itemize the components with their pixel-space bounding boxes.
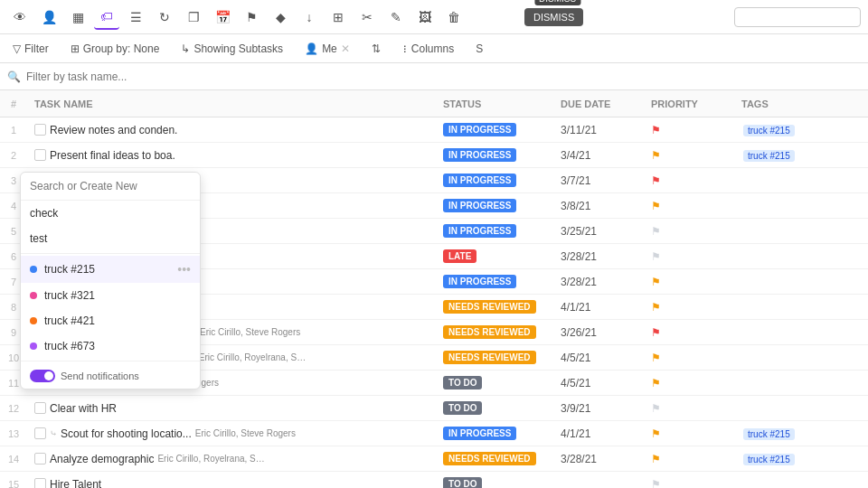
check-label: check <box>30 207 58 220</box>
status-badge: NEEDS REVIEWED <box>443 300 536 314</box>
notify-toggle[interactable] <box>30 370 55 382</box>
me-icon: 👤 <box>305 42 318 55</box>
priority-flag: ⚑ <box>651 276 661 288</box>
eye-icon[interactable]: 👁 <box>7 5 33 30</box>
me-button[interactable]: 👤 Me ✕ <box>299 41 355 57</box>
priority-flag: ⚑ <box>651 149 661 162</box>
status-cell: IN PROGRESS <box>443 174 561 187</box>
tag-icon[interactable]: 🏷 <box>94 5 119 30</box>
row-num: 15 <box>0 479 27 489</box>
group-by-button[interactable]: ⊞ Group by: None <box>65 41 165 57</box>
priority-flag: ⚑ <box>651 427 661 440</box>
calendar-icon[interactable]: 📅 <box>210 5 235 30</box>
dismiss-button[interactable]: DISMISS <box>524 8 583 26</box>
scissors-icon[interactable]: ✂ <box>354 5 380 30</box>
grid-icon[interactable]: ▦ <box>65 5 90 30</box>
table-row[interactable]: 15 Hire Talent TO DO ⚑ <box>0 472 868 488</box>
sort-icon: ⇅ <box>372 42 381 55</box>
quick-search-input[interactable] <box>734 7 861 27</box>
table-row[interactable]: 2 Present final ideas to boa. IN PROGRES… <box>0 143 868 168</box>
assignees: Eric Cirillo, Royelrana, Steve ... <box>199 352 307 362</box>
status-badge: IN PROGRESS <box>443 148 516 162</box>
row-num: 13 <box>0 428 27 439</box>
checkbox[interactable] <box>34 402 46 414</box>
task-text: Clear with HR <box>50 402 117 415</box>
list-icon[interactable]: ☰ <box>123 5 148 30</box>
priority-cell: ⚑ <box>651 225 741 238</box>
dropdown-search-input[interactable] <box>21 173 200 201</box>
status-badge: IN PROGRESS <box>443 427 516 440</box>
refresh-icon[interactable]: ↻ <box>152 5 177 30</box>
truck321-dot <box>30 292 37 299</box>
status-cell: IN PROGRESS <box>443 123 561 136</box>
download-icon[interactable]: ↓ <box>297 5 322 30</box>
row-num: 1 <box>0 125 27 136</box>
table-row[interactable]: 1 Review notes and conden. IN PROGRESS 3… <box>0 117 868 143</box>
dropdown-item-truck673[interactable]: truck #673 <box>21 333 200 359</box>
status-cell: TO DO <box>443 477 561 488</box>
flag-icon[interactable]: ⚑ <box>239 5 264 30</box>
status-badge: NEEDS REVIEWED <box>443 325 536 339</box>
priority-cell: ⚑ <box>651 174 741 187</box>
filter-input[interactable] <box>26 70 861 83</box>
sort-button[interactable]: ⇅ <box>366 41 386 57</box>
filter-button[interactable]: ▽ Filter <box>7 41 54 57</box>
trash-icon[interactable]: 🗑 <box>441 5 467 30</box>
dropdown-divider-1 <box>21 253 200 254</box>
tags-cell: truck #215 <box>741 427 868 440</box>
dismiss-tooltip: DISMISS <box>534 0 580 5</box>
image-icon[interactable]: 🖼 <box>412 5 438 30</box>
save-button[interactable]: S <box>470 41 488 57</box>
truck215-more-icon[interactable]: ••• <box>177 262 191 277</box>
due-date-cell: 3/7/21 <box>561 174 651 187</box>
due-date-cell: 4/5/21 <box>561 352 651 364</box>
dropdown-item-truck215[interactable]: truck #215 ••• <box>21 256 200 283</box>
diamond-icon[interactable]: ◆ <box>268 5 293 30</box>
priority-cell: ⚑ <box>651 250 741 263</box>
row-num: 2 <box>0 150 27 161</box>
priority-flag: ⚑ <box>651 200 661 212</box>
dropdown-item-truck321[interactable]: truck #321 <box>21 283 200 308</box>
assignees: Eric Cirillo, Royelrana, Steve ... <box>157 454 266 464</box>
columns-icon: ⫶ <box>402 42 408 55</box>
status-badge: IN PROGRESS <box>443 174 516 187</box>
edit-icon[interactable]: ✎ <box>383 5 409 30</box>
filter-row: 🔍 <box>0 63 868 90</box>
table-row[interactable]: 14 Analyze demographic Eric Cirillo, Roy… <box>0 446 868 472</box>
showing-subtasks-button[interactable]: ↳ Showing Subtasks <box>175 41 288 57</box>
status-badge: NEEDS REVIEWED <box>443 452 536 465</box>
copy-icon[interactable]: ❐ <box>181 5 206 30</box>
user-icon[interactable]: 👤 <box>36 5 61 30</box>
table-row[interactable]: 12 Clear with HR TO DO 3/9/21 ⚑ <box>0 396 868 421</box>
priority-cell: ⚑ <box>651 149 741 162</box>
table-row[interactable]: 13 ⤷ Scout for shooting locatio... Eric … <box>0 421 868 446</box>
priority-cell: ⚑ <box>651 326 741 339</box>
subtask-icon: ↳ <box>181 42 190 55</box>
dropdown-item-check[interactable]: check <box>21 201 200 226</box>
notify-label: Send notifications <box>61 371 139 381</box>
due-date-cell: 4/1/21 <box>561 301 651 314</box>
checkbox[interactable] <box>34 478 46 488</box>
status-badge: LATE <box>443 249 476 263</box>
assignees: Eric Cirillo, Steve Rogers <box>200 327 300 337</box>
tag-dropdown-panel[interactable]: check test truck #215 ••• truck #321 tru… <box>20 172 201 389</box>
checkbox[interactable] <box>34 427 46 439</box>
dropdown-notify-row: Send notifications <box>21 363 200 389</box>
priority-flag: ⚑ <box>651 326 661 339</box>
priority-cell: ⚑ <box>651 427 741 440</box>
group-icon: ⊞ <box>71 42 80 55</box>
checkbox[interactable] <box>34 124 46 136</box>
priority-flag: ⚑ <box>651 174 661 187</box>
task-text: Present final ideas to boa. <box>50 149 175 162</box>
status-badge: TO DO <box>443 376 482 389</box>
dropdown-item-truck421[interactable]: truck #421 <box>21 308 200 333</box>
priority-cell: ⚑ <box>651 352 741 364</box>
columns-button[interactable]: ⫶ Columns <box>397 41 459 57</box>
col-num-header: # <box>0 99 27 109</box>
priority-flag: ⚑ <box>651 225 661 238</box>
layers-icon[interactable]: ⊞ <box>326 5 351 30</box>
status-cell: LATE <box>443 249 561 263</box>
checkbox[interactable] <box>34 149 46 161</box>
checkbox[interactable] <box>34 453 46 465</box>
dropdown-item-test[interactable]: test <box>21 226 200 251</box>
